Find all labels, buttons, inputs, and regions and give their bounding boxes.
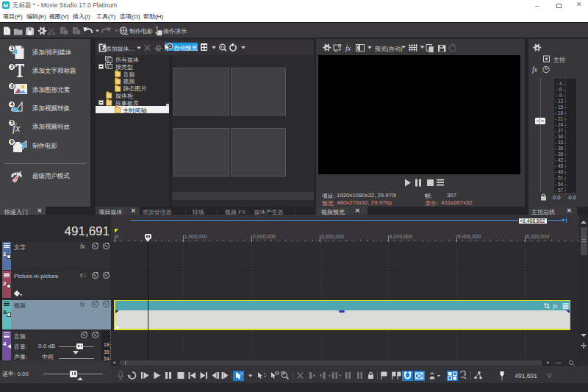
svg-text:fx: fx (553, 302, 558, 310)
svg-text:fx: fx (345, 44, 351, 52)
svg-text:fx: fx (532, 66, 538, 74)
